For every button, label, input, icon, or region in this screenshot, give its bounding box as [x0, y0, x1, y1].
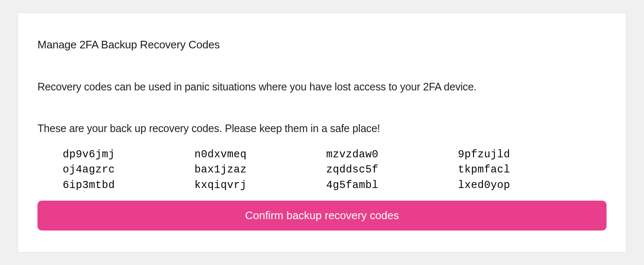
recovery-codes-grid: dp9v6jmj oj4agzrc 6ip3mtbd n0dxvmeq bax1… [37, 147, 607, 193]
code-column: 9pfzujld tkpmfacl lxed0yop [458, 147, 581, 193]
recovery-codes-card: Manage 2FA Backup Recovery Codes Recover… [18, 13, 626, 252]
recovery-code: 6ip3mtbd [63, 178, 186, 193]
recovery-code: oj4agzrc [63, 162, 186, 178]
recovery-code: dp9v6jmj [63, 147, 186, 162]
recovery-code: bax1jzaz [194, 162, 318, 178]
recovery-code: tkpmfacl [458, 162, 581, 178]
description-text: Recovery codes can be used in panic situ… [37, 81, 607, 93]
page-title: Manage 2FA Backup Recovery Codes [37, 38, 607, 51]
recovery-code: 9pfzujld [458, 147, 581, 162]
code-column: dp9v6jmj oj4agzrc 6ip3mtbd [63, 147, 186, 193]
recovery-code: kxqiqvrj [194, 178, 318, 193]
recovery-code: 4g5fambl [326, 178, 450, 193]
recovery-code: zqddsc5f [326, 162, 450, 178]
recovery-code: n0dxvmeq [194, 147, 318, 162]
code-column: n0dxvmeq bax1jzaz kxqiqvrj [194, 147, 318, 193]
instruction-text: These are your back up recovery codes. P… [37, 122, 607, 135]
recovery-code: lxed0yop [458, 178, 581, 193]
confirm-recovery-codes-button[interactable]: Confirm backup recovery codes [37, 201, 607, 231]
recovery-code: mzvzdaw0 [326, 147, 450, 162]
code-column: mzvzdaw0 zqddsc5f 4g5fambl [326, 147, 450, 193]
